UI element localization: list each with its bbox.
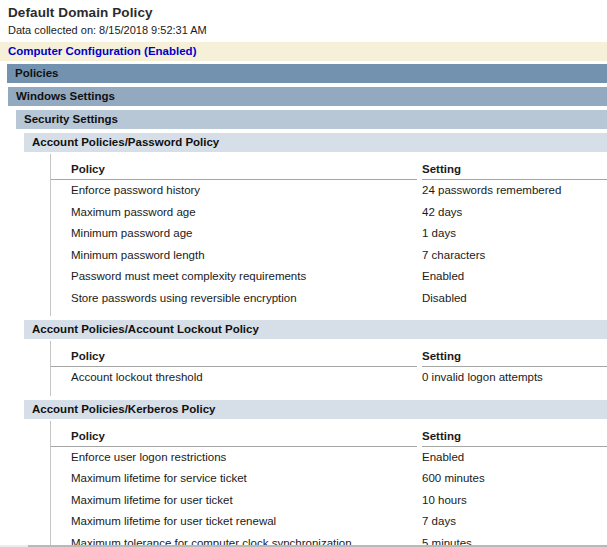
table-row: Maximum lifetime for user ticket renewal… [51,511,607,533]
policy-cell: Enforce user logon restrictions [51,447,417,469]
computer-configuration-banner[interactable]: Computer Configuration (Enabled) [0,42,607,61]
policies-section: Policies Windows Settings Security Setti… [0,64,607,547]
policies-header-bar[interactable]: Policies [7,64,607,83]
table-row: Maximum password age 42 days [51,202,607,224]
policy-cell: Maximum lifetime for service ticket [51,468,417,490]
table-header-row: Policy Setting [51,159,607,180]
column-header-setting: Setting [422,346,607,367]
table-row: Store passwords using reversible encrypt… [51,288,607,310]
password-policy-section: Account Policies/Password Policy Policy … [24,133,607,316]
table-row: Enforce password history 24 passwords re… [51,180,607,202]
setting-cell: 24 passwords remembered [422,180,607,202]
setting-cell: 7 days [422,511,607,533]
kerberos-policy-table: Policy Setting Enforce user logon restri… [50,421,607,547]
windows-settings-header-bar[interactable]: Windows Settings [8,87,607,106]
security-settings-header-bar[interactable]: Security Settings [16,110,607,129]
table-header-row: Policy Setting [51,426,607,447]
kerberos-policy-section: Account Policies/Kerberos Policy Policy … [24,400,607,547]
windows-settings-section: Windows Settings Security Settings Accou… [8,87,607,547]
data-collected-timestamp: Data collected on: 8/15/2018 9:52:31 AM [8,24,607,36]
security-settings-section: Security Settings Account Policies/Passw… [16,110,607,547]
kerberos-policy-header-bar[interactable]: Account Policies/Kerberos Policy [24,400,607,419]
account-lockout-policy-section: Account Policies/Account Lockout Policy … [24,320,607,396]
security-settings-content: Account Policies/Password Policy Policy … [24,133,607,547]
policy-cell: Maximum password age [51,202,417,224]
account-lockout-policy-header-bar[interactable]: Account Policies/Account Lockout Policy [24,320,607,339]
column-header-setting: Setting [422,426,607,447]
horizontal-scrollbar[interactable] [0,543,607,547]
table-row: Minimum password age 1 days [51,223,607,245]
table-row: Maximum lifetime for user ticket 10 hour… [51,490,607,512]
page-title: Default Domain Policy [8,5,607,20]
policy-cell: Password must meet complexity requiremen… [51,266,417,288]
column-header-policy: Policy [51,346,417,367]
table-row: Account lockout threshold 0 invalid logo… [51,367,607,389]
table-row: Enforce user logon restrictions Enabled [51,447,607,469]
policy-cell: Minimum password length [51,245,417,267]
table-row: Minimum password length 7 characters [51,245,607,267]
policy-cell: Maximum lifetime for user ticket renewal [51,511,417,533]
password-policy-header-bar[interactable]: Account Policies/Password Policy [24,133,607,152]
table-row: Password must meet complexity requiremen… [51,266,607,288]
account-lockout-policy-table: Policy Setting Account lockout threshold… [50,341,607,396]
setting-cell: 42 days [422,202,607,224]
column-header-setting: Setting [422,159,607,180]
policy-cell: Store passwords using reversible encrypt… [51,288,417,310]
policy-cell: Minimum password age [51,223,417,245]
setting-cell: Enabled [422,447,607,469]
policy-cell: Enforce password history [51,180,417,202]
table-header-row: Policy Setting [51,346,607,367]
setting-cell: 1 days [422,223,607,245]
policy-cell: Account lockout threshold [51,367,417,389]
table-row: Maximum lifetime for service ticket 600 … [51,468,607,490]
setting-cell: 0 invalid logon attempts [422,367,607,389]
column-header-policy: Policy [51,426,417,447]
password-policy-table: Policy Setting Enforce password history … [50,154,607,316]
setting-cell: 600 minutes [422,468,607,490]
setting-cell: Enabled [422,266,607,288]
setting-cell: 7 characters [422,245,607,267]
column-header-policy: Policy [51,159,417,180]
policy-cell: Maximum lifetime for user ticket [51,490,417,512]
setting-cell: 10 hours [422,490,607,512]
setting-cell: Disabled [422,288,607,310]
